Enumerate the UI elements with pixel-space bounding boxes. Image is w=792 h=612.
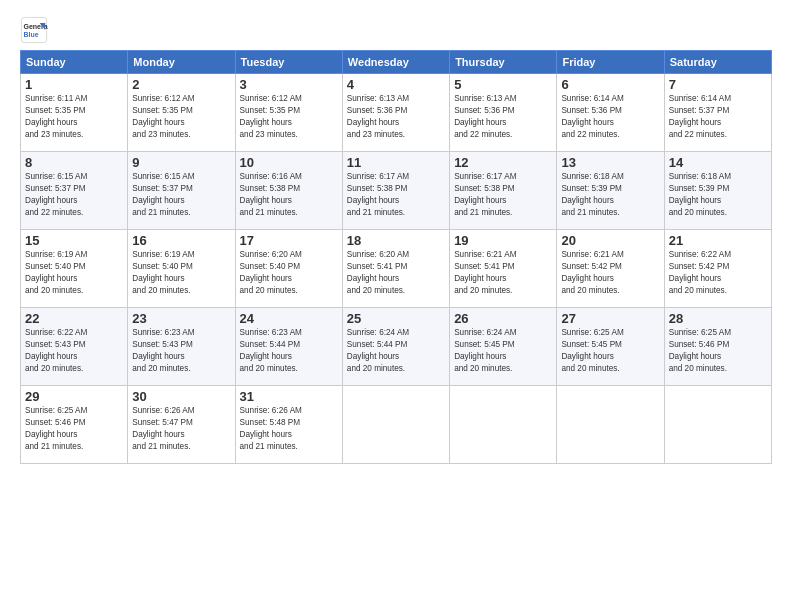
day-info: Sunrise: 6:17 AMSunset: 5:38 PMDaylight …: [347, 171, 445, 219]
calendar-cell: 19Sunrise: 6:21 AMSunset: 5:41 PMDayligh…: [450, 230, 557, 308]
day-info: Sunrise: 6:20 AMSunset: 5:41 PMDaylight …: [347, 249, 445, 297]
day-number: 14: [669, 155, 767, 170]
day-info: Sunrise: 6:22 AMSunset: 5:43 PMDaylight …: [25, 327, 123, 375]
day-number: 12: [454, 155, 552, 170]
day-number: 19: [454, 233, 552, 248]
day-number: 4: [347, 77, 445, 92]
day-info: Sunrise: 6:25 AMSunset: 5:46 PMDaylight …: [25, 405, 123, 453]
day-number: 24: [240, 311, 338, 326]
day-info: Sunrise: 6:24 AMSunset: 5:44 PMDaylight …: [347, 327, 445, 375]
day-info: Sunrise: 6:12 AMSunset: 5:35 PMDaylight …: [240, 93, 338, 141]
day-number: 18: [347, 233, 445, 248]
calendar-cell: 17Sunrise: 6:20 AMSunset: 5:40 PMDayligh…: [235, 230, 342, 308]
calendar-header-saturday: Saturday: [664, 51, 771, 74]
day-info: Sunrise: 6:19 AMSunset: 5:40 PMDaylight …: [132, 249, 230, 297]
day-info: Sunrise: 6:21 AMSunset: 5:41 PMDaylight …: [454, 249, 552, 297]
day-info: Sunrise: 6:18 AMSunset: 5:39 PMDaylight …: [561, 171, 659, 219]
calendar-cell: 20Sunrise: 6:21 AMSunset: 5:42 PMDayligh…: [557, 230, 664, 308]
day-number: 8: [25, 155, 123, 170]
day-info: Sunrise: 6:13 AMSunset: 5:36 PMDaylight …: [454, 93, 552, 141]
calendar-cell: 8Sunrise: 6:15 AMSunset: 5:37 PMDaylight…: [21, 152, 128, 230]
calendar-cell: 10Sunrise: 6:16 AMSunset: 5:38 PMDayligh…: [235, 152, 342, 230]
day-number: 20: [561, 233, 659, 248]
header: General Blue: [20, 16, 772, 44]
calendar-cell: 26Sunrise: 6:24 AMSunset: 5:45 PMDayligh…: [450, 308, 557, 386]
calendar-week-row: 8Sunrise: 6:15 AMSunset: 5:37 PMDaylight…: [21, 152, 772, 230]
day-info: Sunrise: 6:13 AMSunset: 5:36 PMDaylight …: [347, 93, 445, 141]
day-info: Sunrise: 6:17 AMSunset: 5:38 PMDaylight …: [454, 171, 552, 219]
calendar-cell: 15Sunrise: 6:19 AMSunset: 5:40 PMDayligh…: [21, 230, 128, 308]
day-info: Sunrise: 6:16 AMSunset: 5:38 PMDaylight …: [240, 171, 338, 219]
day-info: Sunrise: 6:14 AMSunset: 5:37 PMDaylight …: [669, 93, 767, 141]
day-number: 7: [669, 77, 767, 92]
day-number: 31: [240, 389, 338, 404]
day-number: 22: [25, 311, 123, 326]
calendar-body: 1Sunrise: 6:11 AMSunset: 5:35 PMDaylight…: [21, 74, 772, 464]
svg-text:Blue: Blue: [24, 31, 39, 38]
calendar-header-monday: Monday: [128, 51, 235, 74]
day-info: Sunrise: 6:25 AMSunset: 5:46 PMDaylight …: [669, 327, 767, 375]
calendar-cell: 7Sunrise: 6:14 AMSunset: 5:37 PMDaylight…: [664, 74, 771, 152]
day-info: Sunrise: 6:18 AMSunset: 5:39 PMDaylight …: [669, 171, 767, 219]
calendar-week-row: 29Sunrise: 6:25 AMSunset: 5:46 PMDayligh…: [21, 386, 772, 464]
calendar-cell: 4Sunrise: 6:13 AMSunset: 5:36 PMDaylight…: [342, 74, 449, 152]
calendar-cell: 21Sunrise: 6:22 AMSunset: 5:42 PMDayligh…: [664, 230, 771, 308]
calendar-cell: 6Sunrise: 6:14 AMSunset: 5:36 PMDaylight…: [557, 74, 664, 152]
calendar-cell: 1Sunrise: 6:11 AMSunset: 5:35 PMDaylight…: [21, 74, 128, 152]
day-info: Sunrise: 6:14 AMSunset: 5:36 PMDaylight …: [561, 93, 659, 141]
day-number: 9: [132, 155, 230, 170]
logo-icon: General Blue: [20, 16, 48, 44]
calendar-cell: [450, 386, 557, 464]
day-info: Sunrise: 6:20 AMSunset: 5:40 PMDaylight …: [240, 249, 338, 297]
day-info: Sunrise: 6:11 AMSunset: 5:35 PMDaylight …: [25, 93, 123, 141]
day-number: 30: [132, 389, 230, 404]
calendar-cell: 31Sunrise: 6:26 AMSunset: 5:48 PMDayligh…: [235, 386, 342, 464]
calendar-cell: 14Sunrise: 6:18 AMSunset: 5:39 PMDayligh…: [664, 152, 771, 230]
calendar-cell: [342, 386, 449, 464]
calendar-week-row: 1Sunrise: 6:11 AMSunset: 5:35 PMDaylight…: [21, 74, 772, 152]
day-info: Sunrise: 6:19 AMSunset: 5:40 PMDaylight …: [25, 249, 123, 297]
calendar-cell: 18Sunrise: 6:20 AMSunset: 5:41 PMDayligh…: [342, 230, 449, 308]
day-info: Sunrise: 6:24 AMSunset: 5:45 PMDaylight …: [454, 327, 552, 375]
calendar-header-wednesday: Wednesday: [342, 51, 449, 74]
calendar-cell: 13Sunrise: 6:18 AMSunset: 5:39 PMDayligh…: [557, 152, 664, 230]
day-number: 28: [669, 311, 767, 326]
calendar-cell: 2Sunrise: 6:12 AMSunset: 5:35 PMDaylight…: [128, 74, 235, 152]
day-number: 15: [25, 233, 123, 248]
calendar-week-row: 15Sunrise: 6:19 AMSunset: 5:40 PMDayligh…: [21, 230, 772, 308]
day-info: Sunrise: 6:15 AMSunset: 5:37 PMDaylight …: [25, 171, 123, 219]
day-info: Sunrise: 6:22 AMSunset: 5:42 PMDaylight …: [669, 249, 767, 297]
day-number: 13: [561, 155, 659, 170]
calendar-cell: 22Sunrise: 6:22 AMSunset: 5:43 PMDayligh…: [21, 308, 128, 386]
day-info: Sunrise: 6:25 AMSunset: 5:45 PMDaylight …: [561, 327, 659, 375]
day-number: 27: [561, 311, 659, 326]
day-number: 17: [240, 233, 338, 248]
calendar-header-friday: Friday: [557, 51, 664, 74]
day-number: 29: [25, 389, 123, 404]
day-number: 23: [132, 311, 230, 326]
svg-rect-0: [21, 17, 46, 42]
calendar-header-tuesday: Tuesday: [235, 51, 342, 74]
logo: General Blue: [20, 16, 52, 44]
calendar-cell: [557, 386, 664, 464]
calendar-table: SundayMondayTuesdayWednesdayThursdayFrid…: [20, 50, 772, 464]
calendar-week-row: 22Sunrise: 6:22 AMSunset: 5:43 PMDayligh…: [21, 308, 772, 386]
day-info: Sunrise: 6:26 AMSunset: 5:47 PMDaylight …: [132, 405, 230, 453]
calendar-cell: 24Sunrise: 6:23 AMSunset: 5:44 PMDayligh…: [235, 308, 342, 386]
day-number: 6: [561, 77, 659, 92]
calendar-header-sunday: Sunday: [21, 51, 128, 74]
day-number: 25: [347, 311, 445, 326]
calendar-cell: 30Sunrise: 6:26 AMSunset: 5:47 PMDayligh…: [128, 386, 235, 464]
day-number: 10: [240, 155, 338, 170]
calendar-cell: 9Sunrise: 6:15 AMSunset: 5:37 PMDaylight…: [128, 152, 235, 230]
day-info: Sunrise: 6:15 AMSunset: 5:37 PMDaylight …: [132, 171, 230, 219]
calendar-cell: [664, 386, 771, 464]
day-number: 26: [454, 311, 552, 326]
calendar-cell: 3Sunrise: 6:12 AMSunset: 5:35 PMDaylight…: [235, 74, 342, 152]
day-info: Sunrise: 6:23 AMSunset: 5:44 PMDaylight …: [240, 327, 338, 375]
day-info: Sunrise: 6:12 AMSunset: 5:35 PMDaylight …: [132, 93, 230, 141]
calendar-cell: 25Sunrise: 6:24 AMSunset: 5:44 PMDayligh…: [342, 308, 449, 386]
calendar-header-row: SundayMondayTuesdayWednesdayThursdayFrid…: [21, 51, 772, 74]
calendar-cell: 12Sunrise: 6:17 AMSunset: 5:38 PMDayligh…: [450, 152, 557, 230]
day-info: Sunrise: 6:23 AMSunset: 5:43 PMDaylight …: [132, 327, 230, 375]
